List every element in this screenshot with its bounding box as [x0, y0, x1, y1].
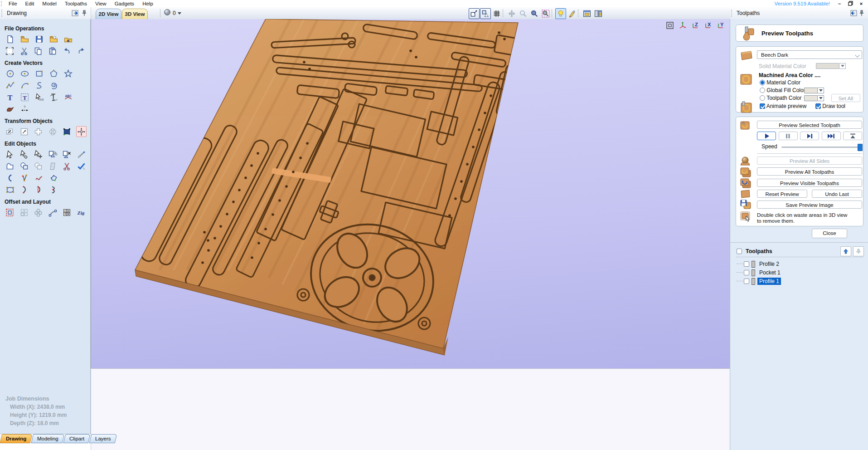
move-toolpath-up-button[interactable] — [840, 246, 851, 256]
copy-icon[interactable] — [33, 45, 44, 56]
group-icon[interactable] — [48, 149, 58, 160]
toolpath-checkbox[interactable] — [744, 270, 749, 275]
arc-text-icon[interactable]: ABC — [63, 92, 73, 103]
radio-toolpath-color[interactable]: Toolpath Color — [760, 95, 802, 101]
reset-preview-button[interactable]: Reset Preview — [757, 190, 807, 198]
menu-toolpaths[interactable]: Toolpaths — [61, 0, 91, 7]
validator-icon[interactable] — [76, 161, 87, 171]
fit-lines-icon[interactable] — [19, 172, 30, 183]
mirror-icon[interactable] — [48, 126, 58, 137]
menu-file[interactable]: File — [5, 0, 21, 7]
spiral-icon[interactable] — [48, 80, 59, 91]
circle-icon[interactable] — [5, 68, 15, 79]
polyline-icon[interactable] — [5, 80, 15, 91]
preview-all-toolpaths-button[interactable]: Preview All Toolpaths — [757, 167, 862, 176]
pin-icon[interactable] — [858, 10, 867, 17]
join-curve-icon[interactable] — [48, 184, 59, 195]
text-layout-icon[interactable]: Zig — [76, 207, 87, 218]
bottom-tab-modeling[interactable]: Modeling — [31, 434, 65, 443]
zoom-box-icon[interactable] — [529, 8, 540, 19]
move-icon[interactable] — [5, 126, 15, 137]
tab-2d-view[interactable]: 2D View — [96, 9, 121, 19]
play-button[interactable] — [757, 132, 776, 140]
new-file-icon[interactable] — [5, 34, 15, 44]
toolpath-checkbox[interactable] — [744, 261, 749, 267]
snap-grid-icon[interactable] — [480, 8, 491, 19]
version-notice[interactable]: Version 9.519 Available! — [774, 1, 836, 6]
pause-button[interactable] — [779, 132, 798, 140]
zoom-selected-icon[interactable] — [540, 8, 551, 19]
bottom-tab-clipart[interactable]: Clipart — [63, 434, 91, 443]
tab-3d-view[interactable]: 3D View — [122, 9, 148, 19]
x-view-icon[interactable]: X — [703, 21, 713, 30]
move-nodes-icon[interactable] — [33, 149, 44, 160]
copy-along-path-icon[interactable] — [48, 207, 58, 218]
vector-scissors-icon[interactable] — [62, 161, 73, 171]
ungroup-icon[interactable] — [62, 149, 73, 160]
z-view-icon[interactable]: Z — [690, 21, 700, 30]
toolpath-item[interactable]: Pocket 1 — [737, 269, 782, 277]
curve-icon[interactable] — [34, 80, 44, 91]
tile-horizontal-icon[interactable] — [582, 8, 592, 19]
align-icon[interactable] — [33, 126, 44, 137]
shading-control[interactable]: 0 — [164, 9, 181, 17]
nesting-icon[interactable]: CDAB — [62, 207, 73, 218]
preview-visible-toolpaths-button[interactable]: Preview Visible Toolpaths — [757, 179, 862, 187]
preview-selected-toolpath-button[interactable]: Preview Selected Toolpath — [757, 121, 862, 129]
material-sim-icon[interactable] — [567, 8, 577, 19]
set-all-button[interactable]: Set All — [831, 94, 860, 102]
skip-to-end-button[interactable] — [843, 132, 862, 140]
distort-icon[interactable] — [62, 126, 73, 137]
open-drawing-icon[interactable] — [48, 34, 59, 44]
subtract-icon[interactable] — [19, 161, 30, 171]
tile-vertical-icon[interactable] — [593, 8, 604, 19]
set-position-icon[interactable] — [76, 126, 87, 137]
toolpath-checkbox[interactable] — [744, 279, 749, 284]
light-icon[interactable] — [555, 8, 566, 19]
grid-icon[interactable] — [491, 8, 502, 19]
menu-edit[interactable]: Edit — [21, 0, 39, 7]
fit-arc-icon[interactable] — [5, 172, 15, 183]
fit-polygon-icon[interactable] — [48, 172, 59, 183]
save-file-icon[interactable] — [34, 34, 44, 44]
toolpath-color-swatch[interactable] — [804, 95, 824, 101]
zoom-objects-icon[interactable] — [469, 8, 480, 19]
move-toolpath-down-button[interactable] — [853, 246, 864, 256]
toolpath-item[interactable]: Profile 1 — [737, 277, 781, 285]
arc-icon[interactable] — [19, 80, 30, 91]
node-edit-icon[interactable] — [19, 149, 30, 160]
fast-forward-button[interactable] — [822, 132, 841, 140]
redo-icon[interactable] — [76, 45, 87, 56]
import-image-icon[interactable] — [63, 34, 73, 44]
fit-curve-icon[interactable] — [34, 172, 44, 183]
paste-icon[interactable] — [48, 45, 58, 56]
animate-preview-checkbox[interactable]: Animate preview — [760, 103, 806, 109]
undo-last-button[interactable]: Undo Last — [812, 190, 862, 198]
select-text-icon[interactable]: AB — [34, 92, 44, 103]
bottom-tab-layers[interactable]: Layers — [89, 434, 117, 443]
clipart-icon[interactable] — [5, 103, 15, 114]
star-icon[interactable] — [63, 68, 73, 79]
radio-material-color[interactable]: Material Color — [760, 79, 800, 86]
offset-icon[interactable] — [5, 207, 15, 218]
menu-model[interactable]: Model — [38, 0, 60, 7]
bottom-tab-drawing[interactable]: Drawing — [0, 434, 33, 443]
select-icon[interactable] — [5, 149, 15, 160]
weld-icon[interactable] — [5, 161, 15, 171]
draw-tool-checkbox[interactable]: Draw tool — [815, 103, 845, 109]
speed-slider[interactable] — [781, 147, 861, 148]
rectangle-icon[interactable] — [34, 68, 44, 79]
toolpaths-master-checkbox[interactable] — [737, 249, 742, 254]
undo-icon[interactable] — [62, 45, 73, 56]
viewport-3d[interactable]: ZXY — [91, 19, 730, 368]
menu-gadgets[interactable]: Gadgets — [111, 0, 138, 7]
ellipse-icon[interactable] — [19, 68, 30, 79]
material-select[interactable]: Beech Dark — [757, 50, 862, 59]
close-button[interactable]: Close — [812, 229, 847, 238]
menu-help[interactable]: Help — [138, 0, 157, 7]
job-setup-icon[interactable] — [5, 45, 15, 56]
polygon-icon[interactable] — [48, 68, 59, 79]
close-icon[interactable]: × — [858, 1, 864, 6]
global-fill-color-swatch[interactable] — [804, 88, 824, 93]
menu-view[interactable]: View — [91, 0, 111, 7]
